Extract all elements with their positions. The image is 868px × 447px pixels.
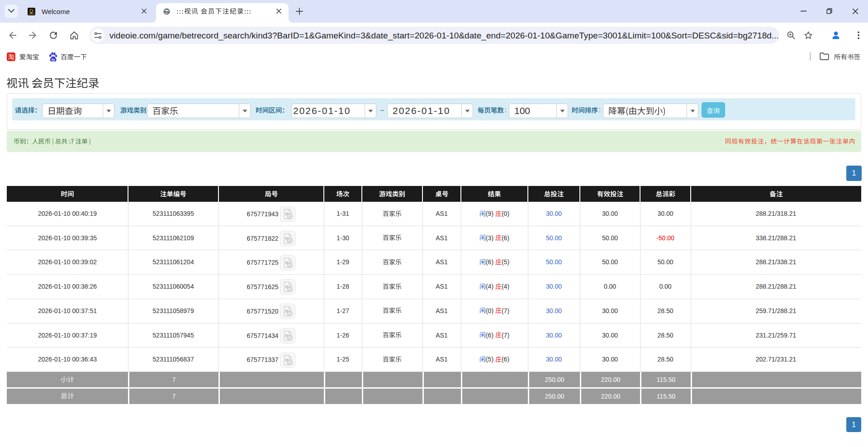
svg-text:du: du <box>51 58 55 61</box>
